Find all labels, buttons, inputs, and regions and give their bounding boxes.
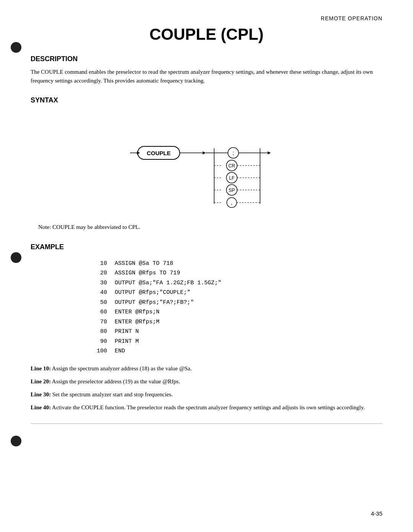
code-line: 100END <box>92 346 382 356</box>
line-code: PRINT M <box>115 337 139 347</box>
syntax-diagram: COUPLE ; CR <box>31 112 382 211</box>
explanation-label-3: Line 30: <box>31 391 51 397</box>
line-code: PRINT N <box>115 327 139 337</box>
syntax-diagram-svg: COUPLE ; CR <box>126 112 287 211</box>
line-code: ENTER @Rfps;N <box>115 307 159 317</box>
code-line: 20ASSIGN @Rfps TO 719 <box>92 268 382 278</box>
example-section: EXAMPLE 10ASSIGN @Sa TO 71820ASSIGN @Rfp… <box>31 243 382 356</box>
line-number: 10 <box>92 259 107 269</box>
svg-text:CR: CR <box>228 163 235 169</box>
note-text: Note: COUPLE may be abbreviated to CPL. <box>38 223 382 232</box>
svg-text:,: , <box>231 200 233 206</box>
explanation-label-1: Line 10: <box>31 365 51 371</box>
code-line: 90PRINT M <box>92 337 382 347</box>
explanation-line-1: Line 10: Assign the spectrum analyzer ad… <box>31 364 382 373</box>
code-line: 40OUTPUT @Rfps;"COUPLE;" <box>92 288 382 298</box>
explanation-label-2: Line 20: <box>31 378 51 384</box>
line-code: END <box>115 346 125 356</box>
explanation-line-4: Line 40: Activate the COUPLE function. T… <box>31 403 382 412</box>
page-number: 4-35 <box>371 510 382 517</box>
code-line: 10ASSIGN @Sa TO 718 <box>92 259 382 269</box>
header-label: REMOTE OPERATION <box>321 15 382 21</box>
svg-text:SP: SP <box>229 188 235 193</box>
code-line: 60ENTER @Rfps;N <box>92 307 382 317</box>
example-title: EXAMPLE <box>31 243 382 251</box>
explanation-section: Line 10: Assign the spectrum analyzer ad… <box>31 364 382 412</box>
syntax-title: SYNTAX <box>31 96 382 104</box>
line-number: 90 <box>92 337 107 347</box>
bullet-1 <box>11 42 21 53</box>
code-block: 10ASSIGN @Sa TO 71820ASSIGN @Rfps TO 719… <box>92 259 382 356</box>
svg-text:COUPLE: COUPLE <box>147 150 171 156</box>
line-number: 20 <box>92 268 107 278</box>
bullet-3 <box>11 436 21 446</box>
svg-marker-3 <box>203 151 206 154</box>
line-code: OUTPUT @Sa;"FA 1.2GZ;FB 1.5GZ;" <box>115 278 221 288</box>
note-section: Note: COUPLE may be abbreviated to CPL. <box>31 223 382 232</box>
line-number: 30 <box>92 278 107 288</box>
bullet-2 <box>11 252 21 263</box>
page-divider <box>31 423 382 424</box>
syntax-section: SYNTAX COUPLE ; <box>31 96 382 211</box>
line-code: ASSIGN @Rfps TO 719 <box>115 268 180 278</box>
explanation-line-3: Line 30: Set the spectrum analyzer start… <box>31 390 382 399</box>
line-code: ASSIGN @Sa TO 718 <box>115 259 173 269</box>
explanation-line-2: Line 20: Assign the preselector address … <box>31 377 382 386</box>
code-line: 80PRINT N <box>92 327 382 337</box>
code-line: 50OUTPUT @Rfps;"FA?;FB?;" <box>92 298 382 308</box>
line-number: 70 <box>92 317 107 327</box>
svg-marker-10 <box>268 151 271 154</box>
explanation-label-4: Line 40: <box>31 404 51 410</box>
description-section: DESCRIPTION The COUPLE command enables t… <box>31 55 382 85</box>
line-number: 40 <box>92 288 107 298</box>
description-text: The COUPLE command enables the preselect… <box>31 68 382 85</box>
line-number: 100 <box>92 346 107 356</box>
svg-text:;: ; <box>233 150 234 156</box>
line-code: OUTPUT @Rfps;"FA?;FB?;" <box>115 298 194 308</box>
line-code: ENTER @Rfps;M <box>115 317 159 327</box>
description-title: DESCRIPTION <box>31 55 382 63</box>
svg-text:LF: LF <box>229 175 234 181</box>
page-header: REMOTE OPERATION <box>31 15 382 21</box>
line-number: 50 <box>92 298 107 308</box>
line-code: OUTPUT @Rfps;"COUPLE;" <box>115 288 190 298</box>
line-number: 60 <box>92 307 107 317</box>
code-line: 70ENTER @Rfps;M <box>92 317 382 327</box>
code-line: 30OUTPUT @Sa;"FA 1.2GZ;FB 1.5GZ;" <box>92 278 382 288</box>
page-title: COUPLE (CPL) <box>31 25 382 44</box>
line-number: 80 <box>92 327 107 337</box>
